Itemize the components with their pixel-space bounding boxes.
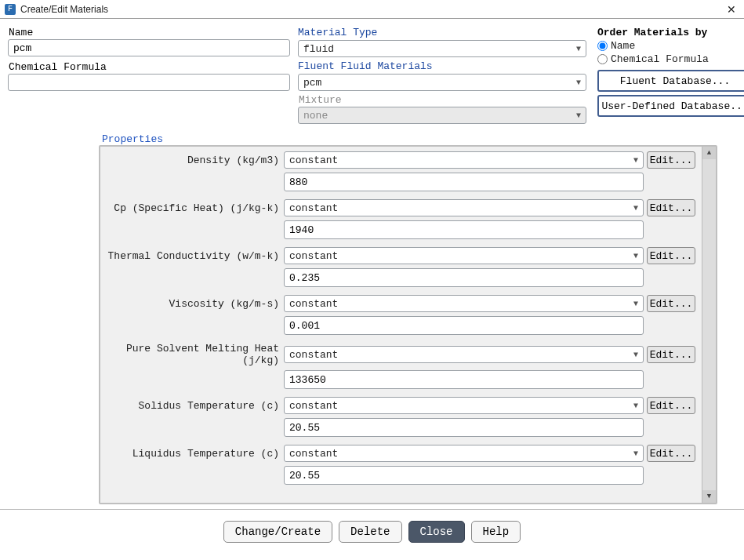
order-materials-by-label: Order Materials by xyxy=(597,27,744,38)
chevron-down-icon: ▼ xyxy=(633,449,638,458)
user-defined-database-button[interactable]: User-Defined Database... xyxy=(597,95,744,117)
property-edit-button[interactable]: Edit... xyxy=(647,346,695,363)
change-create-button[interactable]: Change/Create xyxy=(223,521,332,543)
order-by-name-text: Name xyxy=(611,40,635,52)
property-value-row xyxy=(107,173,695,191)
property-value-input[interactable] xyxy=(284,418,644,437)
property-value-row xyxy=(107,370,695,389)
property-method-select[interactable]: constant▼ xyxy=(284,295,644,312)
chevron-down-icon: ▼ xyxy=(633,351,638,359)
property-method-value: constant xyxy=(289,349,338,361)
property-edit-button[interactable]: Edit... xyxy=(647,199,695,216)
mixture-select: none ▼ xyxy=(298,107,586,124)
properties-list: Density (kg/m3)constant▼Edit...Cp (Speci… xyxy=(100,147,702,503)
property-label: Liquidus Temperature (c) xyxy=(107,448,281,460)
property-edit-button[interactable]: Edit... xyxy=(647,445,695,462)
property-label: Cp (Specific Heat) (j/kg-k) xyxy=(107,202,281,214)
col-type: Material Type fluid ▼ Fluent Fluid Mater… xyxy=(298,27,586,125)
order-by-formula-text: Chemical Formula xyxy=(611,53,709,65)
chemical-formula-input[interactable] xyxy=(8,74,290,91)
property-row: Liquidus Temperature (c)constant▼Edit... xyxy=(107,445,695,462)
chevron-down-icon: ▼ xyxy=(633,252,638,260)
property-method-value: constant xyxy=(289,202,338,214)
property-label: Viscosity (kg/m-s) xyxy=(107,298,281,310)
property-row: Cp (Specific Heat) (j/kg-k)constant▼Edit… xyxy=(107,199,695,216)
material-type-value: fluid xyxy=(303,43,576,55)
close-icon[interactable]: ✕ xyxy=(724,3,739,16)
property-method-select[interactable]: constant▼ xyxy=(284,346,644,363)
chevron-down-icon: ▼ xyxy=(576,78,581,87)
property-method-select[interactable]: constant▼ xyxy=(284,445,644,462)
chevron-down-icon: ▼ xyxy=(633,402,638,410)
order-by-formula-radio-input[interactable] xyxy=(597,54,608,64)
property-method-value: constant xyxy=(289,155,338,166)
order-by-name-radio-input[interactable] xyxy=(597,41,608,51)
mixture-value: none xyxy=(303,110,576,122)
property-value-row xyxy=(107,268,695,287)
fluent-fluid-materials-label: Fluent Fluid Materials xyxy=(298,60,586,72)
properties-wrapper: Properties Density (kg/m3)constant▼Edit.… xyxy=(8,133,736,504)
property-method-select[interactable]: constant▼ xyxy=(284,199,644,216)
property-value-row xyxy=(107,466,695,485)
property-value-row xyxy=(107,418,695,437)
property-method-value: constant xyxy=(289,400,338,412)
top-grid: Name Chemical Formula Material Type flui… xyxy=(8,27,736,125)
mixture-label: Mixture xyxy=(298,94,586,106)
property-label: Thermal Conductivity (w/m-k) xyxy=(107,250,281,262)
fluent-fluid-materials-select[interactable]: pcm ▼ xyxy=(298,74,586,91)
property-label: Density (kg/m3) xyxy=(107,155,281,166)
property-method-select[interactable]: constant▼ xyxy=(284,397,644,414)
property-row: Viscosity (kg/m-s)constant▼Edit... xyxy=(107,295,695,312)
property-edit-button[interactable]: Edit... xyxy=(647,397,695,414)
properties-heading: Properties xyxy=(99,133,717,145)
property-value-row xyxy=(107,316,695,335)
property-value-row xyxy=(107,220,695,239)
material-type-select[interactable]: fluid ▼ xyxy=(298,40,586,57)
help-button[interactable]: Help xyxy=(471,521,521,543)
name-input[interactable] xyxy=(8,39,290,56)
chevron-down-icon: ▼ xyxy=(576,111,581,120)
col-order: Order Materials by Name Chemical Formula… xyxy=(594,27,744,125)
col-name: Name Chemical Formula xyxy=(8,27,290,125)
property-edit-button[interactable]: Edit... xyxy=(647,295,695,312)
scroll-down-icon[interactable]: ▼ xyxy=(702,490,716,503)
property-method-value: constant xyxy=(289,448,338,460)
property-method-value: constant xyxy=(289,298,338,310)
scrollbar[interactable]: ▲ ▼ xyxy=(702,147,716,503)
delete-button[interactable]: Delete xyxy=(339,521,401,543)
property-method-select[interactable]: constant▼ xyxy=(284,247,644,264)
window-title: Create/Edit Materials xyxy=(20,4,724,15)
order-by-name-radio[interactable]: Name xyxy=(597,40,744,52)
property-value-input[interactable] xyxy=(284,370,644,389)
property-method-value: constant xyxy=(289,250,338,262)
chevron-down-icon: ▼ xyxy=(633,156,638,165)
chevron-down-icon: ▼ xyxy=(576,45,581,53)
property-value-input[interactable] xyxy=(284,173,644,191)
dialog-button-bar: Change/Create Delete Close Help xyxy=(0,510,744,554)
property-row: Density (kg/m3)constant▼Edit... xyxy=(107,151,695,169)
property-value-input[interactable] xyxy=(284,316,644,335)
chevron-down-icon: ▼ xyxy=(633,204,638,213)
fluent-fluid-materials-value: pcm xyxy=(303,77,576,89)
property-method-select[interactable]: constant▼ xyxy=(284,151,644,169)
property-edit-button[interactable]: Edit... xyxy=(647,247,695,264)
order-by-formula-radio[interactable]: Chemical Formula xyxy=(597,53,744,65)
chevron-down-icon: ▼ xyxy=(633,300,638,308)
property-row: Thermal Conductivity (w/m-k)constant▼Edi… xyxy=(107,247,695,264)
chemical-formula-label: Chemical Formula xyxy=(8,61,290,73)
property-value-input[interactable] xyxy=(284,268,644,287)
title-bar: F Create/Edit Materials ✕ xyxy=(0,0,744,19)
property-row: Solidus Temperature (c)constant▼Edit... xyxy=(107,397,695,414)
property-label: Pure Solvent Melting Heat (j/kg) xyxy=(107,343,281,366)
fluent-database-button[interactable]: Fluent Database... xyxy=(597,70,744,92)
property-edit-button[interactable]: Edit... xyxy=(647,151,695,169)
material-type-label: Material Type xyxy=(298,27,586,38)
property-row: Pure Solvent Melting Heat (j/kg)constant… xyxy=(107,343,695,366)
property-value-input[interactable] xyxy=(284,220,644,239)
name-label: Name xyxy=(8,27,290,38)
close-button[interactable]: Close xyxy=(408,521,465,543)
properties-panel: Density (kg/m3)constant▼Edit...Cp (Speci… xyxy=(99,145,717,504)
scroll-up-icon[interactable]: ▲ xyxy=(702,147,716,159)
app-icon: F xyxy=(5,4,16,15)
property-value-input[interactable] xyxy=(284,466,644,485)
